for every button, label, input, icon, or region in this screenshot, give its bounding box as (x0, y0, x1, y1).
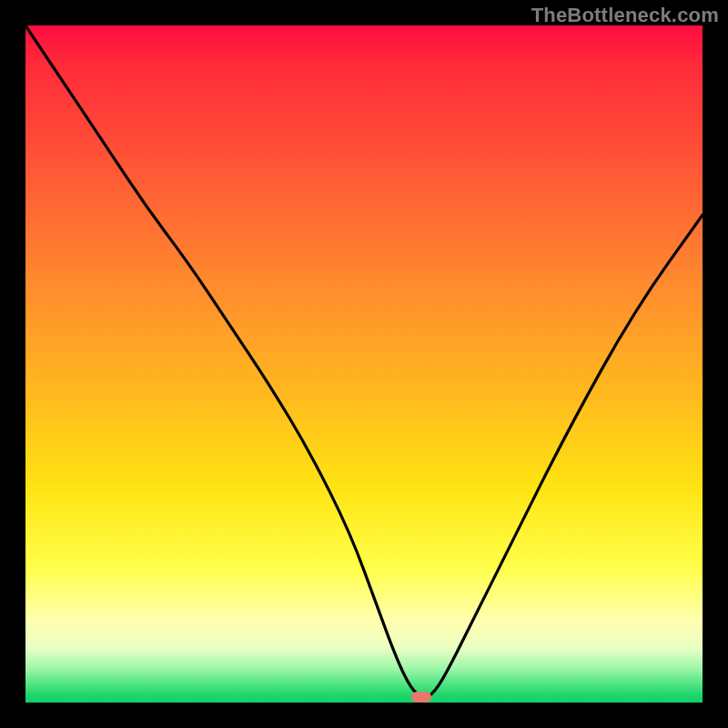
bottleneck-curve (25, 25, 703, 703)
plot-area (25, 25, 703, 703)
watermark-text: TheBottleneck.com (531, 4, 719, 27)
minimum-marker (411, 692, 431, 703)
curve-path (25, 25, 703, 696)
chart-frame: TheBottleneck.com (0, 0, 728, 728)
